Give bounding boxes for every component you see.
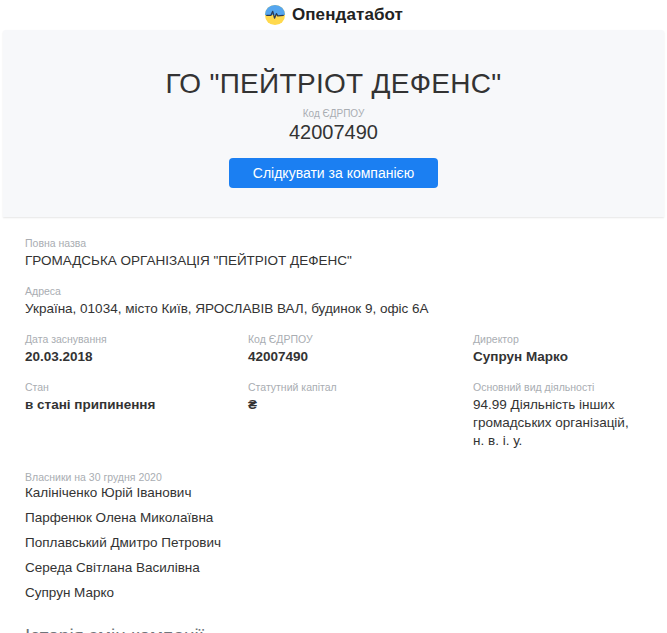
field-value: 94.99 Діяльність інших громадських орган… bbox=[473, 396, 642, 450]
field-director: Директор Супрун Марко bbox=[473, 333, 642, 366]
field-value: ГРОМАДСЬКА ОРГАНІЗАЦІЯ "ПЕЙТРІОТ ДЕФЕНС" bbox=[25, 252, 642, 270]
top-bar: Опендатабот bbox=[0, 0, 667, 30]
field-value: в стані припинення bbox=[25, 396, 248, 414]
opendatabot-logo-text: Опендатабот bbox=[292, 5, 403, 25]
owners-label: Власники на 30 грудня 2020 bbox=[25, 471, 642, 483]
field-value: 42007490 bbox=[248, 348, 473, 366]
edrpou-code-label: Код ЄДРПОУ bbox=[3, 108, 664, 119]
field-label: Адреса bbox=[25, 285, 642, 297]
field-address: Адреса Україна, 01034, місто Київ, ЯРОСЛ… bbox=[25, 285, 642, 318]
opendatabot-logo[interactable]: Опендатабот bbox=[264, 4, 403, 26]
field-value: 20.03.2018 bbox=[25, 348, 248, 366]
owner-name: Калініченко Юрій Іванович bbox=[25, 486, 642, 500]
owner-name: Супрун Марко bbox=[25, 586, 642, 600]
owners-section: Власники на 30 грудня 2020 Калініченко Ю… bbox=[25, 471, 642, 600]
field-capital: Статутний капітал ₴ bbox=[248, 381, 473, 450]
edrpou-code-value: 42007490 bbox=[3, 121, 664, 144]
owner-name: Середа Світлана Василівна bbox=[25, 561, 642, 575]
owner-name: Поплавський Дмитро Петрович bbox=[25, 536, 642, 550]
field-label: Дата заснування bbox=[25, 333, 248, 345]
details-grid: Дата заснування 20.03.2018 Код ЄДРПОУ 42… bbox=[25, 333, 642, 465]
follow-company-button[interactable]: Слідкувати за компанією bbox=[229, 158, 438, 188]
field-value: Україна, 01034, місто Київ, ЯРОСЛАВІВ ВА… bbox=[25, 300, 642, 318]
field-label: Статутний капітал bbox=[248, 381, 473, 393]
field-label: Повна назва bbox=[25, 237, 642, 249]
field-status: Стан в стані припинення bbox=[25, 381, 248, 450]
field-edrpou: Код ЄДРПОУ 42007490 bbox=[248, 333, 473, 366]
history-title: Історія змін компанії bbox=[25, 625, 655, 633]
owner-name: Парфенюк Олена Миколаївна bbox=[25, 511, 642, 525]
field-label: Код ЄДРПОУ bbox=[248, 333, 473, 345]
field-value: Супрун Марко bbox=[473, 348, 642, 366]
field-label: Основний вид діяльності bbox=[473, 381, 642, 393]
field-label: Директор bbox=[473, 333, 642, 345]
field-label: Стан bbox=[25, 381, 248, 393]
company-hero-card: ГО "ПЕЙТРІОТ ДЕФЕНС" Код ЄДРПОУ 42007490… bbox=[3, 30, 664, 217]
company-details: Повна назва ГРОМАДСЬКА ОРГАНІЗАЦІЯ "ПЕЙТ… bbox=[0, 217, 667, 600]
field-value: ₴ bbox=[248, 396, 473, 414]
company-title: ГО "ПЕЙТРІОТ ДЕФЕНС" bbox=[3, 68, 664, 100]
history-section: Історія змін компанії Дата Було Стало 30… bbox=[0, 611, 667, 633]
field-activity: Основний вид діяльності 94.99 Діяльність… bbox=[473, 381, 642, 450]
field-founded: Дата заснування 20.03.2018 bbox=[25, 333, 248, 366]
field-full-name: Повна назва ГРОМАДСЬКА ОРГАНІЗАЦІЯ "ПЕЙТ… bbox=[25, 237, 642, 270]
opendatabot-pulse-flag-icon bbox=[264, 4, 286, 26]
